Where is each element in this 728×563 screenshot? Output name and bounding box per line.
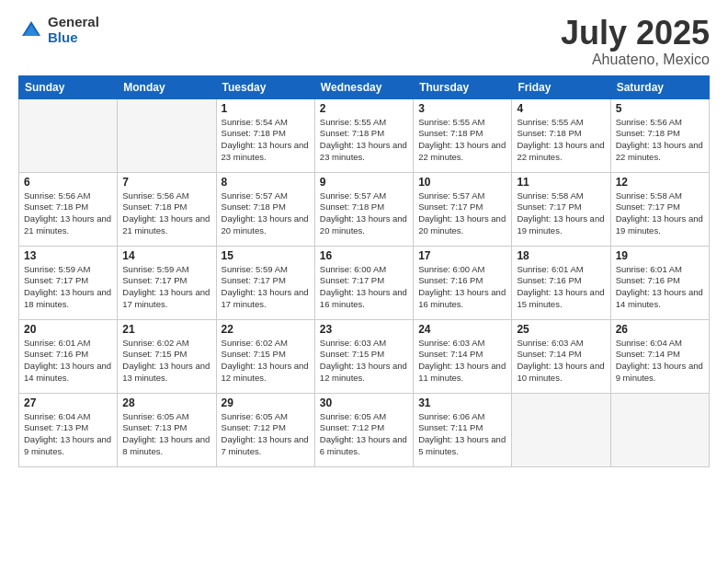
- day-info: Sunrise: 6:00 AM Sunset: 7:16 PM Dayligh…: [418, 264, 506, 311]
- cell-0-0: [19, 98, 118, 172]
- day-number: 14: [122, 249, 210, 262]
- cell-4-6: [610, 393, 709, 466]
- cell-2-2: 15Sunrise: 5:59 AM Sunset: 7:17 PM Dayli…: [216, 246, 314, 319]
- cell-0-3: 2Sunrise: 5:55 AM Sunset: 7:18 PM Daylig…: [314, 98, 413, 172]
- day-number: 31: [418, 396, 506, 409]
- cell-0-5: 4Sunrise: 5:55 AM Sunset: 7:18 PM Daylig…: [512, 98, 610, 172]
- cell-0-4: 3Sunrise: 5:55 AM Sunset: 7:18 PM Daylig…: [414, 98, 512, 172]
- cell-2-3: 16Sunrise: 6:00 AM Sunset: 7:17 PM Dayli…: [314, 246, 413, 319]
- day-info: Sunrise: 5:59 AM Sunset: 7:17 PM Dayligh…: [222, 264, 310, 311]
- cell-1-6: 12Sunrise: 5:58 AM Sunset: 7:17 PM Dayli…: [610, 172, 709, 246]
- cell-1-0: 6Sunrise: 5:56 AM Sunset: 7:18 PM Daylig…: [19, 172, 118, 246]
- logo-general: General: [48, 15, 99, 30]
- cell-2-6: 19Sunrise: 6:01 AM Sunset: 7:16 PM Dayli…: [610, 246, 709, 319]
- day-number: 30: [320, 396, 408, 409]
- week-row-2: 13Sunrise: 5:59 AM Sunset: 7:17 PM Dayli…: [19, 246, 710, 319]
- day-number: 15: [222, 249, 310, 262]
- calendar-title: July 2025: [561, 15, 710, 52]
- title-block: July 2025 Ahuateno, Mexico: [561, 15, 710, 68]
- header-row: Sunday Monday Tuesday Wednesday Thursday…: [19, 75, 710, 98]
- header: General Blue July 2025 Ahuateno, Mexico: [18, 15, 710, 68]
- day-number: 27: [24, 396, 112, 409]
- cell-2-4: 17Sunrise: 6:00 AM Sunset: 7:16 PM Dayli…: [414, 246, 512, 319]
- cell-1-5: 11Sunrise: 5:58 AM Sunset: 7:17 PM Dayli…: [512, 172, 610, 246]
- cell-0-2: 1Sunrise: 5:54 AM Sunset: 7:18 PM Daylig…: [216, 98, 314, 172]
- cell-1-4: 10Sunrise: 5:57 AM Sunset: 7:17 PM Dayli…: [414, 172, 512, 246]
- day-number: 11: [517, 176, 605, 189]
- day-info: Sunrise: 5:59 AM Sunset: 7:17 PM Dayligh…: [122, 264, 210, 311]
- logo-text: General Blue: [48, 15, 99, 45]
- cell-4-4: 31Sunrise: 6:06 AM Sunset: 7:11 PM Dayli…: [414, 393, 512, 466]
- day-info: Sunrise: 5:55 AM Sunset: 7:18 PM Dayligh…: [320, 117, 408, 164]
- day-info: Sunrise: 6:04 AM Sunset: 7:14 PM Dayligh…: [616, 338, 704, 385]
- day-number: 3: [418, 102, 506, 115]
- day-info: Sunrise: 6:05 AM Sunset: 7:12 PM Dayligh…: [222, 411, 310, 458]
- calendar-subtitle: Ahuateno, Mexico: [561, 52, 710, 68]
- day-number: 1: [222, 102, 310, 115]
- week-row-3: 20Sunrise: 6:01 AM Sunset: 7:16 PM Dayli…: [19, 319, 710, 393]
- header-wednesday: Wednesday: [314, 75, 413, 98]
- day-number: 5: [616, 102, 704, 115]
- day-number: 19: [616, 249, 704, 262]
- day-info: Sunrise: 6:00 AM Sunset: 7:17 PM Dayligh…: [320, 264, 408, 311]
- day-number: 6: [24, 176, 112, 189]
- day-number: 25: [517, 323, 605, 336]
- day-number: 18: [517, 249, 605, 262]
- day-info: Sunrise: 6:05 AM Sunset: 7:12 PM Dayligh…: [320, 411, 408, 458]
- day-number: 23: [320, 323, 408, 336]
- logo-blue: Blue: [48, 30, 99, 46]
- day-info: Sunrise: 5:56 AM Sunset: 7:18 PM Dayligh…: [24, 190, 112, 237]
- day-number: 12: [616, 176, 704, 189]
- calendar-header: Sunday Monday Tuesday Wednesday Thursday…: [19, 75, 710, 98]
- cell-4-0: 27Sunrise: 6:04 AM Sunset: 7:13 PM Dayli…: [19, 393, 118, 466]
- cell-1-3: 9Sunrise: 5:57 AM Sunset: 7:18 PM Daylig…: [314, 172, 413, 246]
- cell-3-5: 25Sunrise: 6:03 AM Sunset: 7:14 PM Dayli…: [512, 319, 610, 393]
- cell-1-1: 7Sunrise: 5:56 AM Sunset: 7:18 PM Daylig…: [118, 172, 216, 246]
- cell-0-1: [118, 98, 216, 172]
- week-row-1: 6Sunrise: 5:56 AM Sunset: 7:18 PM Daylig…: [19, 172, 710, 246]
- header-monday: Monday: [118, 75, 216, 98]
- day-info: Sunrise: 5:57 AM Sunset: 7:18 PM Dayligh…: [320, 190, 408, 237]
- day-number: 26: [616, 323, 704, 336]
- day-number: 20: [24, 323, 112, 336]
- cell-3-6: 26Sunrise: 6:04 AM Sunset: 7:14 PM Dayli…: [610, 319, 709, 393]
- day-number: 17: [418, 249, 506, 262]
- day-info: Sunrise: 6:06 AM Sunset: 7:11 PM Dayligh…: [418, 411, 506, 458]
- day-number: 7: [122, 176, 210, 189]
- cell-4-5: [512, 393, 610, 466]
- calendar-body: 1Sunrise: 5:54 AM Sunset: 7:18 PM Daylig…: [19, 98, 710, 466]
- cell-3-3: 23Sunrise: 6:03 AM Sunset: 7:15 PM Dayli…: [314, 319, 413, 393]
- day-number: 8: [222, 176, 310, 189]
- cell-2-0: 13Sunrise: 5:59 AM Sunset: 7:17 PM Dayli…: [19, 246, 118, 319]
- header-saturday: Saturday: [610, 75, 709, 98]
- day-number: 24: [418, 323, 506, 336]
- day-info: Sunrise: 5:56 AM Sunset: 7:18 PM Dayligh…: [122, 190, 210, 237]
- week-row-4: 27Sunrise: 6:04 AM Sunset: 7:13 PM Dayli…: [19, 393, 710, 466]
- day-number: 4: [517, 102, 605, 115]
- day-info: Sunrise: 6:02 AM Sunset: 7:15 PM Dayligh…: [222, 338, 310, 385]
- logo-icon: [18, 17, 44, 43]
- cell-1-2: 8Sunrise: 5:57 AM Sunset: 7:18 PM Daylig…: [216, 172, 314, 246]
- calendar-table: Sunday Monday Tuesday Wednesday Thursday…: [18, 75, 710, 467]
- day-info: Sunrise: 6:01 AM Sunset: 7:16 PM Dayligh…: [24, 338, 112, 385]
- day-info: Sunrise: 6:03 AM Sunset: 7:14 PM Dayligh…: [418, 338, 506, 385]
- cell-4-3: 30Sunrise: 6:05 AM Sunset: 7:12 PM Dayli…: [314, 393, 413, 466]
- day-info: Sunrise: 5:55 AM Sunset: 7:18 PM Dayligh…: [517, 117, 605, 164]
- day-info: Sunrise: 6:03 AM Sunset: 7:15 PM Dayligh…: [320, 338, 408, 385]
- cell-4-1: 28Sunrise: 6:05 AM Sunset: 7:13 PM Dayli…: [118, 393, 216, 466]
- header-thursday: Thursday: [414, 75, 512, 98]
- cell-3-0: 20Sunrise: 6:01 AM Sunset: 7:16 PM Dayli…: [19, 319, 118, 393]
- day-info: Sunrise: 6:01 AM Sunset: 7:16 PM Dayligh…: [517, 264, 605, 311]
- day-info: Sunrise: 5:59 AM Sunset: 7:17 PM Dayligh…: [24, 264, 112, 311]
- day-number: 2: [320, 102, 408, 115]
- day-info: Sunrise: 5:54 AM Sunset: 7:18 PM Dayligh…: [222, 117, 310, 164]
- cell-3-4: 24Sunrise: 6:03 AM Sunset: 7:14 PM Dayli…: [414, 319, 512, 393]
- day-info: Sunrise: 5:57 AM Sunset: 7:18 PM Dayligh…: [222, 190, 310, 237]
- week-row-0: 1Sunrise: 5:54 AM Sunset: 7:18 PM Daylig…: [19, 98, 710, 172]
- day-number: 21: [122, 323, 210, 336]
- day-info: Sunrise: 5:58 AM Sunset: 7:17 PM Dayligh…: [616, 190, 704, 237]
- header-sunday: Sunday: [19, 75, 118, 98]
- header-friday: Friday: [512, 75, 610, 98]
- day-info: Sunrise: 6:04 AM Sunset: 7:13 PM Dayligh…: [24, 411, 112, 458]
- page: General Blue July 2025 Ahuateno, Mexico …: [0, 0, 728, 563]
